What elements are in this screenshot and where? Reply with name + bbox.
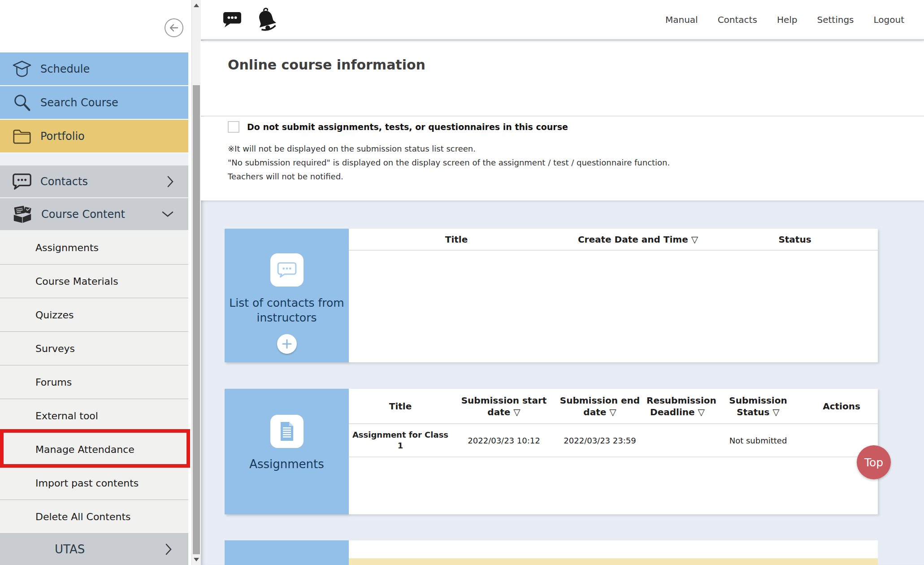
- column-header-actions: Actions: [805, 400, 878, 412]
- sidebar-subitem-external-tool[interactable]: External tool: [0, 399, 188, 433]
- assignments-table-header: Title Submission start date ▽ Submission…: [349, 389, 878, 424]
- sidebar-item-label: Search Course: [40, 96, 118, 109]
- nav-help[interactable]: Help: [777, 14, 798, 25]
- column-header-submission-status[interactable]: Submission Status ▽: [711, 395, 805, 418]
- assignment-status: Not submitted: [711, 436, 805, 445]
- contacts-panel-label: List of contacts from instructors: [225, 296, 349, 325]
- sidebar-item-label: Portfolio: [40, 130, 85, 143]
- chevron-right-icon: [167, 175, 174, 188]
- column-header-resubmission-deadline[interactable]: Resubmission Deadline ▽: [644, 395, 711, 418]
- contacts-table-header: Title Create Date and Time ▽ Status: [349, 229, 878, 251]
- scroll-down-icon: [194, 558, 199, 561]
- sidebar-divider: [0, 153, 188, 165]
- sidebar-item-search-course[interactable]: Search Course: [0, 86, 188, 120]
- assignment-end-date: 2022/03/23 23:59: [556, 436, 644, 445]
- no-submission-checkbox[interactable]: [228, 121, 239, 133]
- next-table: [349, 540, 878, 565]
- next-panel: [225, 540, 349, 565]
- topbar-icons: [201, 8, 277, 32]
- chat-bubble-icon: [276, 261, 298, 279]
- note-line: "No submission required" is displayed on…: [228, 156, 670, 170]
- nav-settings[interactable]: Settings: [817, 14, 854, 25]
- bell-icon[interactable]: [256, 8, 277, 32]
- assignments-panel-label: Assignments: [225, 457, 349, 472]
- contacts-panel: List of contacts from instructors: [225, 229, 349, 362]
- graduation-cap-icon: [12, 59, 32, 79]
- chat-tile: [270, 253, 304, 287]
- course-content-box-icon: [12, 204, 33, 224]
- top-navigation: Manual Contacts Help Settings Logout: [665, 14, 924, 25]
- app-window: Schedule Search Course Portfolio Contact…: [0, 0, 924, 565]
- sidebar-subitem-delete-all-contents[interactable]: Delete All Contents: [0, 500, 188, 534]
- page-header-section: Online course information: [201, 41, 924, 116]
- add-contact-button[interactable]: [277, 334, 297, 354]
- sidebar-subitem-import-past-contents[interactable]: Import past contents: [0, 466, 188, 500]
- column-header-status[interactable]: Status: [712, 234, 878, 245]
- course-settings-card: Do not submit assignments, tests, or que…: [201, 117, 924, 200]
- no-submission-checkbox-row: Do not submit assignments, tests, or que…: [228, 121, 568, 133]
- scrollbar-thumb[interactable]: [193, 85, 200, 554]
- search-icon: [12, 93, 32, 113]
- sidebar-item-label: Course Content: [41, 208, 125, 221]
- plus-icon: [281, 338, 293, 350]
- sidebar-item-portfolio[interactable]: Portfolio: [0, 120, 188, 153]
- scroll-down-button[interactable]: [192, 554, 201, 565]
- sidebar-collapse-button[interactable]: [165, 18, 183, 37]
- chevron-right-icon: [165, 543, 172, 556]
- main-content: Manual Contacts Help Settings Logout Onl…: [201, 0, 924, 565]
- sidebar-item-label: Contacts: [40, 175, 88, 188]
- sidebar-subitem-course-materials[interactable]: Course Materials: [0, 265, 188, 298]
- assignment-start-date: 2022/03/23 10:12: [452, 436, 556, 445]
- sidebar-item-label: UTAS: [55, 543, 85, 556]
- document-icon: [278, 421, 296, 442]
- scroll-up-button[interactable]: [192, 0, 201, 11]
- note-line: ※It will not be displayed on the submiss…: [228, 142, 670, 156]
- sidebar-item-course-content[interactable]: Course Content: [0, 198, 188, 231]
- contacts-table: Title Create Date and Time ▽ Status: [349, 229, 878, 362]
- sidebar-item-utas[interactable]: UTAS: [0, 534, 188, 565]
- scroll-up-icon: [194, 4, 199, 7]
- nav-contacts[interactable]: Contacts: [718, 14, 757, 25]
- top-bar: Manual Contacts Help Settings Logout: [201, 0, 924, 40]
- sidebar: Schedule Search Course Portfolio Contact…: [0, 0, 188, 565]
- sidebar-subitem-surveys[interactable]: Surveys: [0, 332, 188, 365]
- checkbox-label: Do not submit assignments, tests, or que…: [247, 122, 568, 132]
- document-tile: [270, 415, 304, 448]
- assignment-row: Assignment for Class 1 2022/03/23 10:12 …: [349, 424, 878, 457]
- column-header-title[interactable]: Title: [349, 400, 452, 412]
- sidebar-subitem-forums[interactable]: Forums: [0, 365, 188, 399]
- sidebar-item-label: Schedule: [40, 63, 90, 75]
- next-section-partial: [225, 540, 878, 565]
- messages-icon[interactable]: [222, 11, 242, 28]
- sidebar-header: [0, 0, 188, 52]
- checkbox-notes: ※It will not be displayed on the submiss…: [228, 142, 670, 183]
- next-table-header: [349, 540, 878, 558]
- column-header-create-date[interactable]: Create Date and Time ▽: [564, 234, 712, 245]
- sidebar-subitem-quizzes[interactable]: Quizzes: [0, 298, 188, 332]
- sidebar-subitem-assignments[interactable]: Assignments: [0, 231, 188, 265]
- next-table-highlight-row: [349, 558, 878, 565]
- column-header-submission-end[interactable]: Submission end date ▽: [556, 395, 644, 418]
- note-line: Teachers will not be notified.: [228, 170, 670, 183]
- nav-manual[interactable]: Manual: [665, 14, 698, 25]
- nav-logout[interactable]: Logout: [874, 14, 904, 25]
- contacts-from-instructors-section: List of contacts from instructors Title …: [225, 229, 878, 362]
- assignments-section: Assignments Title Submission start date …: [225, 389, 878, 514]
- chevron-down-icon: [161, 211, 174, 218]
- assignments-panel: Assignments: [225, 389, 349, 514]
- assignments-table: Title Submission start date ▽ Submission…: [349, 389, 878, 514]
- column-header-submission-start[interactable]: Submission start date ▽: [452, 395, 556, 418]
- arrow-left-icon: [168, 22, 180, 34]
- page-title: Online course information: [228, 57, 425, 73]
- sidebar-subitem-manage-attendance[interactable]: Manage Attendance: [0, 433, 188, 466]
- sidebar-scrollbar[interactable]: [191, 0, 200, 565]
- sidebar-item-schedule[interactable]: Schedule: [0, 52, 188, 86]
- folder-icon: [12, 127, 32, 145]
- scroll-to-top-button[interactable]: Top: [857, 445, 891, 479]
- chat-bubble-icon: [12, 172, 32, 191]
- sidebar-item-contacts[interactable]: Contacts: [0, 165, 188, 198]
- column-header-title[interactable]: Title: [349, 234, 564, 245]
- assignment-title[interactable]: Assignment for Class 1: [349, 430, 452, 451]
